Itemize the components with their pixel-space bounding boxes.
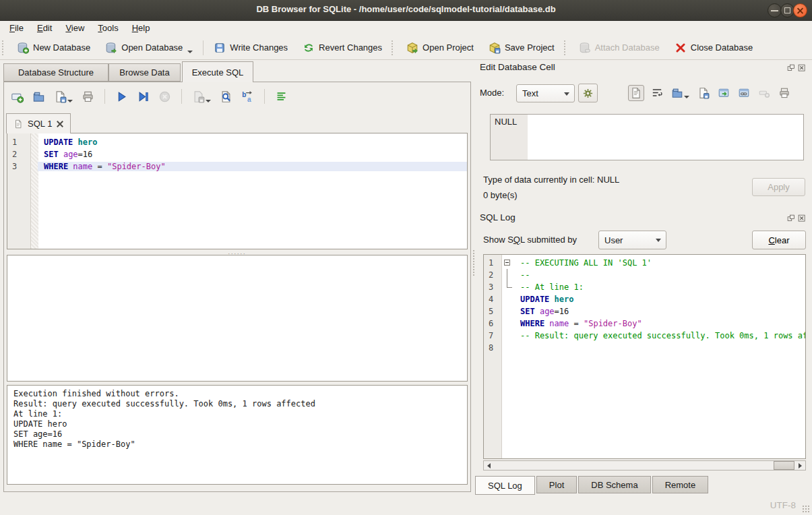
- new-database-icon: [17, 42, 29, 54]
- dock-tab-db-schema[interactable]: DB Schema: [578, 476, 650, 493]
- auto-apply-button[interactable]: [578, 84, 598, 102]
- close-panel-icon[interactable]: [797, 214, 806, 222]
- toolbar-button-label: Close Database: [691, 42, 753, 53]
- new-database-button[interactable]: New Database: [14, 40, 93, 56]
- fold-marker: [501, 269, 514, 281]
- find-icon: [220, 90, 232, 103]
- open-database-button[interactable]: Open Database: [102, 40, 195, 56]
- format-button[interactable]: [274, 89, 289, 104]
- code-line: 3-- At line 1:: [484, 281, 805, 293]
- line-number: 6: [484, 319, 501, 328]
- text-view-button[interactable]: [628, 85, 644, 101]
- execution-message-pane[interactable]: Execution finished without errors. Resul…: [7, 385, 468, 485]
- print-icon: [778, 87, 790, 99]
- code-line: 2--: [484, 269, 805, 281]
- menu-file[interactable]: File: [3, 22, 30, 34]
- code-text: -- Result: query executed successfully. …: [514, 331, 806, 340]
- sql-log-pane[interactable]: 1-- EXECUTING ALL IN 'SQL 1'2--3-- At li…: [483, 254, 806, 459]
- sql-editor-toolbar: ba: [9, 86, 289, 107]
- dock-tab-remote[interactable]: Remote: [652, 476, 709, 493]
- line-number: 2: [7, 150, 30, 159]
- minimize-button[interactable]: [768, 3, 782, 18]
- menu-help[interactable]: Help: [125, 22, 157, 34]
- dropdown-caret-icon: [206, 100, 211, 102]
- scroll-right-arrow[interactable]: [795, 461, 805, 470]
- text-view-icon: [630, 87, 642, 99]
- save-project-button[interactable]: Save Project: [486, 40, 557, 56]
- replace-icon: ba: [241, 90, 254, 103]
- toolbar-grip[interactable]: [564, 40, 567, 55]
- open-project-button[interactable]: Open Project: [404, 40, 476, 56]
- scroll-left-arrow[interactable]: [484, 461, 494, 470]
- menu-tools[interactable]: Tools: [91, 22, 125, 34]
- toolbar-grip[interactable]: [392, 40, 395, 55]
- mode-label: Mode:: [480, 88, 504, 98]
- sql-code: 1UPDATE hero2SET age=163WHERE name = "Sp…: [7, 136, 467, 173]
- code-line: 4UPDATE hero: [484, 293, 805, 305]
- dock-tab-bar: SQL LogPlotDB SchemaRemote: [475, 476, 708, 495]
- export-file-button[interactable]: [696, 86, 711, 100]
- sql-document-tab[interactable]: SQL 1: [6, 113, 71, 133]
- execute-line-button[interactable]: [135, 89, 151, 104]
- close-panel-icon[interactable]: [797, 63, 806, 72]
- sql-editor[interactable]: 1UPDATE hero2SET age=163WHERE name = "Sp…: [7, 133, 468, 249]
- tab-execute-sql[interactable]: Execute SQL: [182, 61, 253, 82]
- line-number: 8: [484, 343, 501, 353]
- menu-edit[interactable]: Edit: [30, 22, 59, 34]
- print-button[interactable]: [80, 89, 96, 104]
- tab-browse-data[interactable]: Browse Data: [108, 63, 181, 82]
- execute-all-button[interactable]: [114, 89, 129, 104]
- write-changes-icon: [214, 42, 226, 54]
- word-wrap-button[interactable]: [650, 86, 664, 100]
- find-button[interactable]: [218, 89, 234, 104]
- import-file-button[interactable]: [670, 86, 691, 100]
- close-sql-tab-icon[interactable]: [57, 121, 63, 127]
- float-icon[interactable]: [786, 63, 795, 72]
- fold-marker[interactable]: [501, 257, 514, 269]
- open-external-button[interactable]: [716, 86, 731, 100]
- resize-grip-icon[interactable]: [802, 505, 810, 513]
- write-changes-button[interactable]: Write Changes: [211, 40, 290, 56]
- window-title: DB Browser for SQLite - /home/user/code/…: [0, 4, 812, 14]
- open-project-icon: [406, 42, 418, 54]
- dock-tab-sql-log[interactable]: SQL Log: [475, 476, 535, 495]
- print-button[interactable]: [777, 86, 792, 100]
- save-sql-file-button[interactable]: [53, 89, 74, 104]
- code-line: 5SET age=16: [484, 305, 805, 317]
- log-filter-value: User: [604, 235, 623, 245]
- cell-size-label: 0 byte(s): [483, 190, 518, 200]
- tab-database-structure[interactable]: Database Structure: [3, 63, 108, 82]
- log-horizontal-scrollbar[interactable]: [483, 460, 806, 471]
- new-sql-tab-button[interactable]: [9, 89, 25, 104]
- toolbar-grip[interactable]: [2, 40, 5, 55]
- dock-resize-handle[interactable]: [472, 249, 475, 276]
- log-filter-select[interactable]: User: [598, 231, 666, 249]
- results-grid[interactable]: [7, 255, 468, 382]
- dock-tab-plot[interactable]: Plot: [536, 476, 577, 493]
- revert-changes-button[interactable]: Revert Changes: [300, 40, 385, 56]
- close-database-button[interactable]: Close Database: [672, 40, 756, 56]
- set-null-button: [757, 86, 772, 100]
- scrollbar-thumb[interactable]: [774, 461, 794, 470]
- replace-button[interactable]: ba: [240, 89, 255, 104]
- maximize-button[interactable]: [780, 3, 794, 18]
- print-icon: [82, 90, 94, 103]
- sql-log-code: 1-- EXECUTING ALL IN 'SQL 1'2--3-- At li…: [484, 257, 805, 354]
- toolbar-button-label: New Database: [33, 42, 90, 53]
- code-text: WHERE name = "Spider-Boy": [514, 319, 805, 328]
- open-sql-file-button[interactable]: [31, 89, 46, 104]
- line-number: 1: [7, 138, 30, 147]
- toolbar-button-label: Open Project: [423, 42, 474, 53]
- editor-splitter[interactable]: ......: [7, 249, 468, 254]
- close-window-button[interactable]: [793, 3, 807, 18]
- cell-value-editor[interactable]: NULL: [490, 114, 804, 160]
- link-button[interactable]: [737, 86, 751, 100]
- mode-select[interactable]: Text: [516, 84, 575, 102]
- toolbar-separator: [264, 89, 265, 104]
- menu-view[interactable]: View: [59, 22, 91, 34]
- clear-log-button[interactable]: Clear: [752, 231, 806, 249]
- float-icon[interactable]: [786, 214, 795, 222]
- svg-text:b: b: [242, 90, 246, 98]
- title-bar[interactable]: DB Browser for SQLite - /home/user/code/…: [0, 0, 812, 21]
- save-project-icon: [489, 42, 501, 54]
